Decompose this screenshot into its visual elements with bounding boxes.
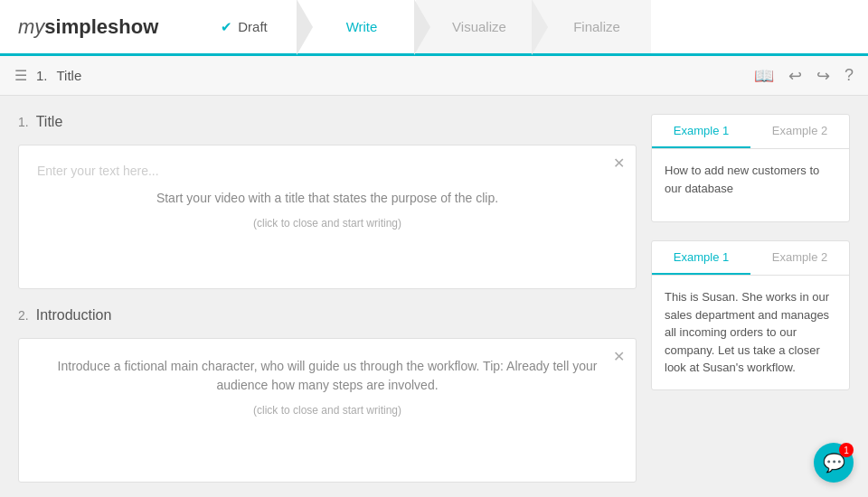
check-icon: ✔ [221, 19, 232, 35]
hamburger-icon[interactable]: ☰ [14, 67, 27, 84]
redo-icon[interactable]: ↪ [816, 66, 830, 86]
example-tab-1-2[interactable]: Example 2 [750, 115, 849, 148]
book-icon[interactable]: 📖 [754, 66, 774, 86]
section-1-number: 1. [18, 115, 29, 129]
section-2-title: Introduction [36, 307, 112, 324]
toolbar-step-title: Title [57, 68, 82, 83]
nav-step-visualize[interactable]: Visualize [416, 0, 533, 53]
section-2-hint: Introduce a fictional main character, wh… [37, 357, 618, 395]
section-1-hint: Start your video with a title that state… [37, 189, 618, 208]
toolbar-left: ☰ 1. Title [14, 67, 754, 84]
example-content-1: How to add new customers to our database [652, 149, 849, 221]
example-tab-1-1[interactable]: Example 1 [652, 115, 750, 148]
section-2-header: 2. Introduction [18, 307, 637, 324]
toolbar-step-number: 1. [36, 68, 48, 83]
nav-steps: ✔ Draft Write Visualize Finalize [181, 0, 868, 53]
left-panel: 1. Title ✕ Enter your text here... Start… [18, 114, 637, 479]
header: mysimpleshow ✔ Draft Write Visualize Fin… [0, 0, 868, 56]
section-1-placeholder: Enter your text here... [37, 164, 618, 178]
help-icon[interactable]: ? [844, 66, 854, 85]
toolbar-right: 📖 ↩ ↪ ? [754, 66, 854, 86]
section-1-title: Title [36, 114, 63, 130]
logo: mysimpleshow [0, 0, 181, 53]
nav-step-draft-label: Draft [238, 19, 268, 34]
toolbar: ☰ 1. Title 📖 ↩ ↪ ? [0, 56, 868, 96]
chat-badge: 1 [839, 443, 854, 457]
section-1-header: 1. Title [18, 114, 637, 130]
example-card-1: Example 1 Example 2 How to add new custo… [651, 114, 850, 222]
nav-step-draft[interactable]: ✔ Draft [181, 0, 298, 56]
chat-bubble[interactable]: 💬 1 [814, 443, 854, 483]
main-content: 1. Title ✕ Enter your text here... Start… [0, 96, 868, 497]
nav-step-visualize-label: Visualize [452, 19, 506, 34]
section-2-number: 2. [18, 308, 29, 323]
right-panel: Example 1 Example 2 How to add new custo… [651, 114, 850, 479]
nav-step-write[interactable]: Write [298, 0, 416, 56]
section-1-hint-small: (click to close and start writing) [37, 217, 618, 230]
nav-step-write-label: Write [346, 19, 378, 34]
example-tabs-2: Example 1 Example 2 [652, 241, 849, 276]
section-2-hint-small: (click to close and start writing) [37, 404, 618, 417]
example-tab-2-2[interactable]: Example 2 [750, 241, 849, 275]
section-1: 1. Title ✕ Enter your text here... Start… [18, 114, 637, 289]
undo-icon[interactable]: ↩ [788, 66, 802, 86]
nav-step-finalize[interactable]: Finalize [533, 0, 651, 53]
section-2-card[interactable]: ✕ Introduce a fictional main character, … [18, 338, 637, 483]
example-card-2: Example 1 Example 2 This is Susan. She w… [651, 240, 850, 390]
example-content-2: This is Susan. She works in our sales de… [652, 276, 849, 389]
example-tab-2-1[interactable]: Example 1 [652, 241, 750, 275]
logo-text: mysimpleshow [18, 15, 158, 39]
section-1-card[interactable]: ✕ Enter your text here... Start your vid… [18, 145, 637, 289]
example-tabs-1: Example 1 Example 2 [652, 115, 849, 149]
section-2: 2. Introduction ✕ Introduce a fictional … [18, 307, 637, 483]
section-1-close-icon[interactable]: ✕ [613, 155, 625, 172]
section-2-close-icon[interactable]: ✕ [613, 348, 625, 365]
nav-step-finalize-label: Finalize [573, 19, 620, 34]
